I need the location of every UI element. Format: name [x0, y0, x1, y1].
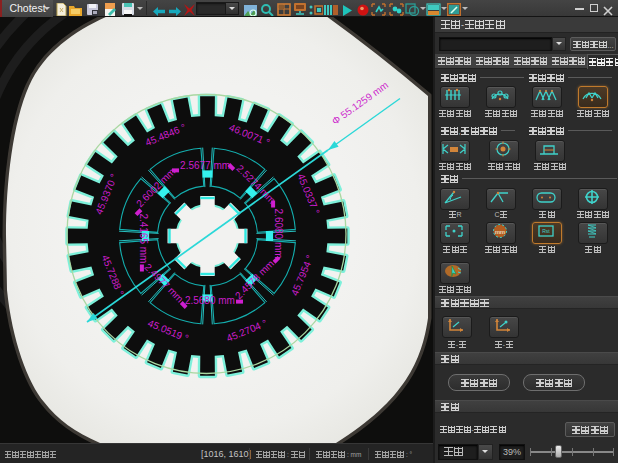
svg-text:2.5680 mm: 2.5680 mm — [185, 295, 235, 306]
svg-text:mm: mm — [495, 229, 505, 235]
svg-text:2.6080 mm: 2.6080 mm — [273, 209, 284, 259]
svg-text:Rst: Rst — [542, 228, 550, 234]
svg-text:2.4165 mm: 2.4165 mm — [138, 213, 149, 263]
svg-text:2.5677 mm: 2.5677 mm — [180, 160, 230, 171]
